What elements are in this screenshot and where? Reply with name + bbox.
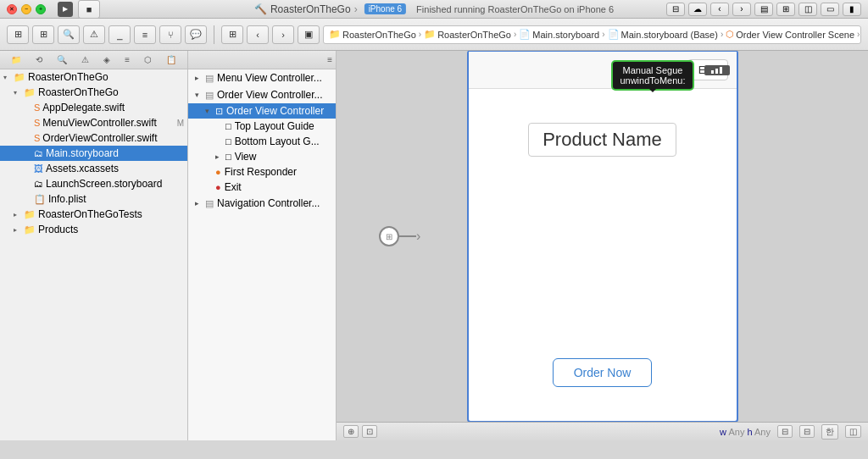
sidebar-content: ▾ 📁 RoasterOnTheGo ▾ 📁 RoasterOnTheGo S …: [0, 69, 187, 440]
add-btn[interactable]: ⊞: [32, 25, 54, 44]
zoom-fit-btn[interactable]: ⊡: [362, 425, 377, 438]
scene-label-view: View: [235, 151, 257, 163]
sidebar-item-mainstoryboard[interactable]: 🗂 Main.storyboard: [0, 146, 187, 161]
sidebar-item-products[interactable]: ▸ 📁 Products: [0, 222, 187, 237]
manual-segue-tooltip: Manual Segue unwindToMenu:: [611, 60, 693, 91]
scene-toolbar: ≡: [188, 51, 336, 69]
sidebar-item-launchscreen[interactable]: 🗂 LaunchScreen.storyboard: [0, 176, 187, 191]
related-btn[interactable]: ▣: [298, 25, 320, 44]
toggle-btn[interactable]: ⊞: [221, 25, 243, 44]
sidebar-label-launchscreen: LaunchScreen.storyboard: [46, 178, 162, 190]
sidebar-report-btn[interactable]: 📋: [164, 53, 179, 66]
scene-item-first-responder[interactable]: ● First Responder: [188, 164, 336, 180]
sidebar-item-infoplist[interactable]: 📋 Info.plist: [0, 191, 187, 207]
bottom-bar-right: w Any h Any ⊟ ⊟ 한 ◫: [720, 424, 861, 440]
scene-item-bottom-layout[interactable]: □ Bottom Layout G...: [188, 134, 336, 149]
sidebar-symbol-btn[interactable]: 🔍: [54, 53, 70, 66]
sidebar-item-menuvc[interactable]: S MenuViewController.swift M: [0, 115, 187, 130]
sidebar-label-infoplist: Info.plist: [48, 193, 86, 205]
back-btn[interactable]: ‹: [710, 3, 729, 16]
minimize-button[interactable]: −: [21, 4, 31, 14]
scene-item-nav-controller[interactable]: ▸ ▤ Navigation Controller...: [188, 195, 336, 212]
maximize-button[interactable]: +: [36, 4, 46, 14]
close-button[interactable]: ✕: [7, 4, 17, 14]
sidebar: 📁 ⟲ 🔍 ⚠ ◈ ≡ ⬡ 📋 ▾ 📁 RoasterOnTheGo ▾ 📁 R…: [0, 51, 188, 440]
add-object-btn[interactable]: ⊕: [343, 425, 359, 438]
inspector-btn[interactable]: ▮: [843, 3, 861, 16]
scene-label-first-responder: First Responder: [225, 166, 297, 178]
scene-item-exit[interactable]: ● Exit: [188, 180, 336, 195]
scene-label-order-group: Order View Controller...: [217, 89, 323, 101]
layout-guide-icon: □: [225, 121, 231, 131]
scene-filter-btn[interactable]: ≡: [327, 55, 332, 64]
toolbar-sep-1: [214, 25, 214, 44]
sidebar-debug-btn[interactable]: ≡: [122, 53, 132, 66]
bc-item-1[interactable]: RoasterOnTheGo: [342, 30, 416, 40]
segue-arrowhead: ›: [416, 229, 420, 244]
search-btn[interactable]: 🔍: [58, 25, 80, 44]
sidebar-breakpoint-btn[interactable]: ⬡: [142, 53, 154, 66]
bookmark-btn[interactable]: ⎯: [108, 25, 131, 44]
xcassets-icon: 🖼: [34, 163, 43, 174]
sidebar-test-btn[interactable]: ◈: [101, 53, 113, 66]
nav-prev[interactable]: ‹: [247, 25, 269, 44]
expand-icon: ▾: [195, 91, 205, 99]
layout-btn-2[interactable]: ⊟: [799, 425, 815, 438]
sidebar-label-ordervc: OrderViewController.swift: [42, 132, 157, 144]
assistant-btn[interactable]: ⊞: [776, 3, 795, 16]
main-layout: 📁 ⟲ 🔍 ⚠ ◈ ≡ ⬡ 📋 ▾ 📁 RoasterOnTheGo ▾ 📁 R…: [0, 51, 868, 440]
iphone-body: Product Name Order Now: [469, 89, 737, 421]
manual-segue-subtitle: unwindToMenu:: [620, 75, 685, 86]
nav-icon: ▤: [205, 198, 214, 209]
layout-btn-3[interactable]: 한: [821, 424, 838, 440]
navigator-btn[interactable]: ▭: [821, 3, 839, 16]
comment-btn[interactable]: 💬: [185, 25, 207, 44]
sidebar-item-assets[interactable]: 🖼 Assets.xcassets: [0, 161, 187, 176]
bc-file-icon-2: 📄: [608, 29, 620, 40]
scene-item-order-vc-group[interactable]: ▾ ▤ Order View Controller...: [188, 86, 336, 103]
grid-btn[interactable]: ⊞: [7, 25, 29, 44]
activity-btn[interactable]: ☁: [688, 3, 707, 16]
product-name-label: Product Name: [528, 123, 676, 157]
version-btn[interactable]: ◫: [798, 3, 817, 16]
nav-next[interactable]: ›: [272, 25, 294, 44]
sidebar-source-btn[interactable]: ⟲: [33, 53, 45, 66]
bc-item-3[interactable]: Main.storyboard: [532, 30, 599, 40]
layout-btn-1[interactable]: ⊟: [777, 425, 793, 438]
scene-item-top-layout[interactable]: □ Top Layout Guide: [188, 119, 336, 134]
editor-btn[interactable]: ▤: [754, 3, 773, 16]
scene-item-menu-vc[interactable]: ▸ ▤ Menu View Controller...: [188, 69, 336, 86]
list-btn[interactable]: ≡: [134, 25, 156, 44]
sidebar-folder-btn[interactable]: 📁: [8, 53, 24, 66]
sidebar-item-tests[interactable]: ▸ 📁 RoasterOnTheGoTests: [0, 207, 187, 222]
warn-btn[interactable]: ⚠: [83, 25, 105, 44]
device-badge[interactable]: iPhone 6: [364, 3, 406, 14]
layout-toggle[interactable]: ⊟: [666, 3, 685, 16]
toolbar: ⊞ ⊞ 🔍 ⚠ ⎯ ≡ ⑂ 💬 ⊞ ‹ › ▣ 📁 RoasterOnTheGo…: [0, 19, 868, 51]
layout-btn-4[interactable]: ◫: [845, 425, 861, 438]
sidebar-label-appdelegate: AppDelegate.swift: [42, 102, 125, 113]
stop-button[interactable]: ■: [78, 0, 100, 19]
sidebar-item-roasteronthego[interactable]: ▾ 📁 RoasterOnTheGo: [0, 85, 187, 100]
scene-item-order-vc[interactable]: ▾ ⊡ Order View Controller: [188, 103, 336, 119]
sidebar-item-root[interactable]: ▾ 📁 RoasterOnTheGo: [0, 69, 187, 85]
bc-item-4[interactable]: Main.storyboard (Base): [621, 30, 718, 40]
xcode-icon: 🔨: [254, 3, 267, 15]
canvas-bottom-bar: ⊕ ⊡ w Any h Any ⊟ ⊟ 한 ◫: [337, 422, 868, 440]
sidebar-warn-btn[interactable]: ⚠: [79, 53, 92, 66]
forward-btn[interactable]: ›: [732, 3, 751, 16]
layout-guide-icon-2: □: [225, 136, 231, 147]
sidebar-item-label-root: RoasterOnTheGo: [28, 71, 108, 83]
breadcrumb[interactable]: 📁 RoasterOnTheGo › 📁 RoasterOnTheGo › 📄 …: [323, 25, 861, 44]
run-button[interactable]: ▶: [58, 2, 73, 17]
order-now-button[interactable]: Order Now: [553, 358, 653, 387]
storyboard-icon: 🗂: [34, 148, 43, 158]
branch-btn[interactable]: ⑂: [159, 25, 181, 44]
sidebar-item-ordervc[interactable]: S OrderViewController.swift: [0, 130, 187, 146]
bc-sep-2: ›: [514, 30, 516, 39]
bc-item-2[interactable]: RoasterOnTheGo: [437, 30, 511, 40]
scene-item-view[interactable]: ▸ □ View: [188, 149, 336, 164]
exit-icon: ●: [215, 182, 221, 192]
bc-item-5[interactable]: Order View Controller Scene: [736, 30, 854, 40]
sidebar-item-appdelegate[interactable]: S AppDelegate.swift: [0, 100, 187, 115]
